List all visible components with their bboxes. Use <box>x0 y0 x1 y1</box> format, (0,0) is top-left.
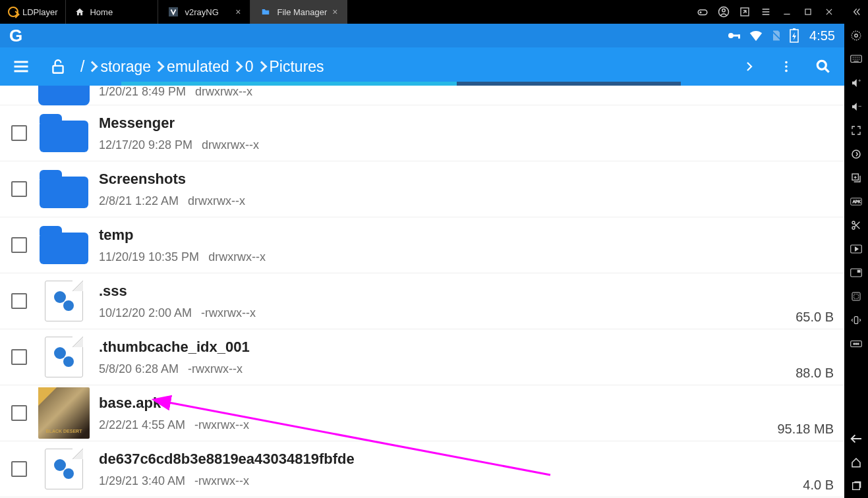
list-item[interactable]: .thumbcache_idx_0015/8/20 6:28 AM-rwxrwx… <box>0 329 844 385</box>
checkbox[interactable] <box>11 405 27 421</box>
apk-icon[interactable]: APK <box>844 190 868 213</box>
volume-up-icon[interactable]: + <box>844 71 868 95</box>
file-date: 11/20/19 10:35 PM <box>99 250 199 264</box>
checkbox[interactable] <box>11 461 27 477</box>
crumb-storage[interactable]: storage <box>100 58 151 76</box>
gamepad-icon[interactable] <box>697 6 709 18</box>
svg-point-15 <box>817 61 826 69</box>
file-perm: -rwxrwx--x <box>188 362 243 376</box>
list-item[interactable]: .sss10/12/20 2:00 AM-rwxrwx--x65.0 B <box>0 273 844 329</box>
svg-point-39 <box>857 343 859 345</box>
user-icon[interactable] <box>718 6 730 18</box>
checkbox[interactable] <box>11 349 27 365</box>
v2ray-icon <box>167 6 179 18</box>
svg-text:−: − <box>858 103 861 109</box>
list-item[interactable]: Screenshots2/8/21 1:22 AMdrwxrwx--x <box>0 161 844 217</box>
nav-recent-icon[interactable] <box>844 474 868 498</box>
checkbox[interactable] <box>11 125 27 141</box>
record-icon[interactable] <box>844 237 868 261</box>
volume-down-icon[interactable]: − <box>844 95 868 119</box>
tab-v2rayng[interactable]: v2rayNG × <box>158 0 250 24</box>
sync-icon[interactable] <box>844 142 868 166</box>
svg-rect-1 <box>698 10 707 15</box>
crumb-emulated[interactable]: emulated <box>167 58 229 76</box>
file-date: 1/20/21 8:49 PM <box>99 86 186 99</box>
emulator-tabs: Home v2rayNG × File Manager × <box>65 0 347 24</box>
menu-button[interactable] <box>7 52 36 81</box>
minimize-icon[interactable] <box>781 6 793 18</box>
svg-rect-34 <box>854 294 859 299</box>
list-item[interactable]: Messenger12/17/20 9:28 PMdrwxrwx--x <box>0 105 844 161</box>
google-logo-icon[interactable]: G <box>9 26 22 46</box>
folder-icon <box>38 169 90 209</box>
settings-gear-icon[interactable] <box>844 24 868 47</box>
svg-rect-5 <box>805 9 811 14</box>
collapse-icon[interactable] <box>844 0 868 24</box>
maximize-icon[interactable] <box>802 6 814 18</box>
file-name: .sss <box>99 283 796 300</box>
external-icon[interactable] <box>739 6 751 18</box>
file-date: 5/8/20 6:28 AM <box>99 362 179 376</box>
list-item[interactable]: temp11/20/19 10:35 PMdrwxrwx--x <box>0 217 844 273</box>
more-button[interactable] <box>772 52 801 81</box>
close-icon[interactable] <box>823 6 835 18</box>
battery-charging-icon <box>790 28 799 43</box>
keyboard-icon[interactable] <box>844 47 868 71</box>
list-item[interactable]: 1/20/21 8:49 PMdrwxrwx--x <box>0 86 844 105</box>
list-item[interactable]: base.apk2/22/21 4:55 AM-rwxrwx--x95.18 M… <box>0 385 844 441</box>
svg-point-14 <box>785 70 788 72</box>
tab-close-icon[interactable]: × <box>235 7 241 17</box>
crumb-zero[interactable]: 0 <box>245 58 254 76</box>
screenshot-icon[interactable] <box>844 261 868 285</box>
forward-button[interactable] <box>735 52 764 81</box>
svg-point-28 <box>852 227 855 229</box>
list-item[interactable]: de637c6cd8b3e8819ea43034819fbfde1/29/21 … <box>0 441 844 497</box>
file-perm: -rwxrwx--x <box>201 306 256 320</box>
tab-close-icon[interactable]: × <box>332 7 337 17</box>
chevron-right-icon <box>87 61 98 72</box>
ldplayer-logo-icon <box>8 7 18 17</box>
operation-record-icon[interactable] <box>844 285 868 308</box>
hamburger-icon[interactable] <box>760 6 772 18</box>
file-date: 10/12/20 2:00 AM <box>99 306 192 320</box>
file-name: base.apk <box>99 395 777 412</box>
file-date: 1/29/21 3:40 AM <box>99 474 185 488</box>
nav-home-icon[interactable] <box>844 451 868 474</box>
search-button[interactable] <box>809 52 838 81</box>
file-date: 12/17/20 9:28 PM <box>99 138 192 152</box>
file-list[interactable]: 1/20/21 8:49 PMdrwxrwx--xMessenger12/17/… <box>0 86 844 498</box>
tab-file-manager[interactable]: File Manager × <box>250 0 347 24</box>
emulator-sidebar: + − APK <box>844 0 868 498</box>
svg-rect-10 <box>793 28 796 30</box>
tab-label: File Manager <box>277 7 327 17</box>
tab-home[interactable]: Home <box>65 0 158 24</box>
nav-back-icon[interactable] <box>844 427 868 451</box>
shake-icon[interactable] <box>844 308 868 332</box>
lock-button[interactable] <box>43 52 72 81</box>
svg-rect-35 <box>854 317 857 324</box>
file-icon <box>38 337 90 377</box>
chevron-right-icon <box>154 61 165 72</box>
crumb-pictures[interactable]: Pictures <box>270 58 324 76</box>
crumb-root[interactable]: / <box>80 58 84 76</box>
status-time: 4:55 <box>809 28 835 43</box>
checkbox[interactable] <box>11 181 27 197</box>
multi-instance-icon[interactable] <box>844 166 868 190</box>
file-size: 88.0 B <box>796 366 834 381</box>
file-icon <box>38 281 90 321</box>
wifi-icon <box>749 28 763 43</box>
svg-point-18 <box>852 31 861 40</box>
file-size: 95.18 MB <box>777 422 834 437</box>
checkbox[interactable] <box>11 237 27 253</box>
window-actions <box>687 6 844 18</box>
svg-rect-40 <box>853 483 860 490</box>
checkbox[interactable] <box>11 293 27 309</box>
file-name: temp <box>99 227 834 244</box>
no-sim-icon <box>770 29 783 42</box>
file-name: de637c6cd8b3e8819ea43034819fbfde <box>99 451 803 468</box>
more-menu-icon[interactable] <box>844 332 868 356</box>
scissors-icon[interactable] <box>844 213 868 237</box>
fullscreen-icon[interactable] <box>844 119 868 142</box>
svg-point-6 <box>728 33 734 38</box>
file-size: 65.0 B <box>796 310 834 325</box>
